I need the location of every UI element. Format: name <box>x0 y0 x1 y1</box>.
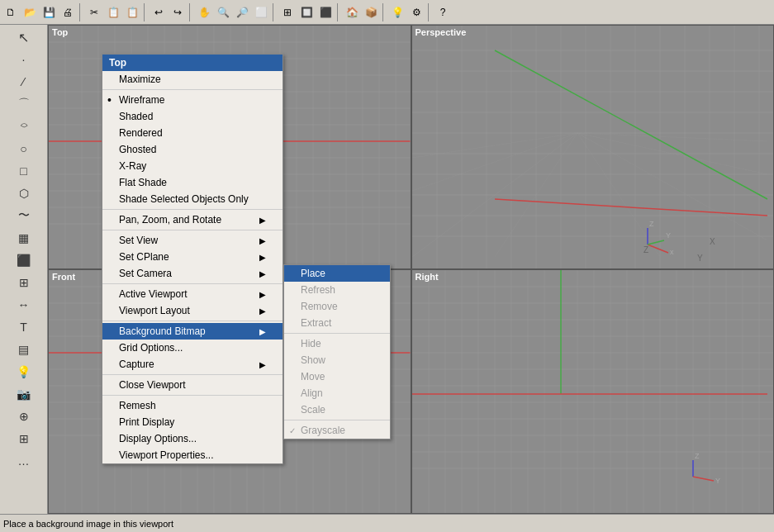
tb-grid[interactable]: ⊞ <box>278 3 297 21</box>
menu-pan-zoom[interactable]: Pan, Zoom, and Rotate ▶ <box>102 211 283 228</box>
tb-snap[interactable]: 🔲 <box>297 3 316 21</box>
context-menu: Top Maximize Wireframe Shaded Rendered G… <box>102 54 283 464</box>
menu-close-viewport[interactable]: Close Viewport <box>102 377 283 393</box>
menu-set-cplane[interactable]: Set CPlane ▶ <box>102 249 283 265</box>
tb-print[interactable]: 🖨 <box>59 3 77 21</box>
tb-cut[interactable]: ✂ <box>85 3 103 21</box>
svg-text:Z: Z <box>643 245 648 254</box>
svg-text:Y: Y <box>715 477 720 485</box>
context-menu-header: Top <box>102 55 283 71</box>
menu-active-viewport[interactable]: Active Viewport ▶ <box>102 286 283 302</box>
tb-settings[interactable]: ⚙ <box>407 3 425 21</box>
submenu-sep-2 <box>284 420 390 420</box>
menu-grid-options[interactable]: Grid Options... <box>102 340 283 356</box>
set-camera-arrow: ▶ <box>259 269 266 278</box>
menu-rendered[interactable]: Rendered <box>102 125 283 141</box>
menu-remesh[interactable]: Remesh <box>102 397 283 414</box>
set-view-arrow: ▶ <box>259 236 266 245</box>
sb-curve[interactable]: ⌒ <box>13 93 35 115</box>
menu-xray[interactable]: X-Ray <box>102 158 283 174</box>
tb-pan[interactable]: ✋ <box>195 3 213 21</box>
viewport-right[interactable]: Z Y Right <box>411 269 775 514</box>
submenu-scale[interactable]: Scale <box>284 401 390 418</box>
menu-print-display[interactable]: Print Display <box>102 414 283 430</box>
svg-text:Y: Y <box>697 254 703 263</box>
viewports: Top <box>48 25 774 514</box>
viewport-layout-arrow: ▶ <box>259 306 266 316</box>
menu-set-view[interactable]: Set View ▶ <box>102 232 283 249</box>
tb-zoom-ext[interactable]: ⬜ <box>252 3 270 21</box>
sep7 <box>428 3 431 21</box>
menu-sep-5 <box>102 374 283 375</box>
menu-flat-shade[interactable]: Flat Shade <box>102 174 283 191</box>
sb-camera[interactable]: 📷 <box>13 383 35 405</box>
sb-arc[interactable]: ⌔ <box>13 116 35 137</box>
sb-solid[interactable]: ⬛ <box>13 249 35 271</box>
submenu-place[interactable]: Place <box>284 265 390 282</box>
sb-select[interactable]: ↖ <box>13 26 35 48</box>
submenu-hide[interactable]: Hide <box>284 335 390 352</box>
sb-group[interactable]: ⊕ <box>13 406 35 427</box>
tb-new[interactable]: 🗋 <box>2 3 20 21</box>
sb-block[interactable]: ⊞ <box>13 428 35 449</box>
tb-render[interactable]: 🏠 <box>343 3 361 21</box>
sep1 <box>79 3 83 21</box>
statusbar-text: Place a background image in this viewpor… <box>3 519 173 529</box>
menu-viewport-layout[interactable]: Viewport Layout ▶ <box>102 302 283 319</box>
tb-light[interactable]: 💡 <box>388 3 406 21</box>
submenu-refresh[interactable]: Refresh <box>284 282 390 298</box>
sb-surface[interactable]: ▦ <box>13 227 35 249</box>
tb-mesh[interactable]: ⬛ <box>316 3 335 21</box>
svg-text:Z: Z <box>695 452 700 460</box>
viewport-perspective[interactable]: Z Y X Z x Y Perspective <box>411 25 775 269</box>
svg-text:x: x <box>670 248 674 256</box>
svg-rect-68 <box>412 26 774 268</box>
submenu-move[interactable]: Move <box>284 368 390 385</box>
tb-obj[interactable]: 📦 <box>362 3 380 21</box>
tb-copy[interactable]: 📋 <box>104 3 122 21</box>
menu-ghosted[interactable]: Ghosted <box>102 141 283 158</box>
tb-help[interactable]: ? <box>434 3 452 21</box>
sb-dim[interactable]: ↔ <box>13 294 35 316</box>
sb-point[interactable]: · <box>13 49 35 70</box>
menu-shaded[interactable]: Shaded <box>102 108 283 125</box>
tb-open[interactable]: 📂 <box>21 3 39 21</box>
background-bitmap-arrow: ▶ <box>259 327 266 336</box>
submenu-align[interactable]: Align <box>284 385 390 401</box>
sep4 <box>273 3 276 21</box>
submenu-extract[interactable]: Extract <box>284 315 390 331</box>
sb-mesh[interactable]: ⊞ <box>13 272 35 293</box>
sb-circle[interactable]: ○ <box>13 138 35 159</box>
submenu-grayscale[interactable]: ✓ Grayscale <box>284 422 390 439</box>
tb-paste[interactable]: 📋 <box>123 3 141 21</box>
menu-capture[interactable]: Capture ▶ <box>102 356 283 373</box>
menu-shade-selected[interactable]: Shade Selected Objects Only <box>102 191 283 207</box>
tb-undo[interactable]: ↩ <box>150 3 168 21</box>
tb-zoom-out[interactable]: 🔎 <box>233 3 251 21</box>
sb-poly[interactable]: ⬡ <box>13 183 35 204</box>
menu-maximize[interactable]: Maximize <box>102 71 283 88</box>
sidebar: ↖ · ∕ ⌒ ⌔ ○ □ ⬡ 〜 ▦ ⬛ ⊞ ↔ T ▤ 💡 📷 ⊕ ⊞ … <box>0 25 48 514</box>
set-cplane-arrow: ▶ <box>259 253 266 262</box>
sb-freeform[interactable]: 〜 <box>13 205 35 226</box>
menu-wireframe[interactable]: Wireframe <box>102 92 283 108</box>
menu-set-camera[interactable]: Set Camera ▶ <box>102 265 283 282</box>
menu-display-options[interactable]: Display Options... <box>102 430 283 447</box>
submenu-show[interactable]: Show <box>284 352 390 368</box>
sb-text[interactable]: T <box>13 316 35 338</box>
menu-viewport-properties[interactable]: Viewport Properties... <box>102 447 283 463</box>
pan-zoom-arrow: ▶ <box>259 216 266 225</box>
sb-more[interactable]: … <box>13 450 35 472</box>
sep3 <box>189 3 192 21</box>
sb-rect[interactable]: □ <box>13 160 35 182</box>
active-viewport-arrow: ▶ <box>259 290 266 299</box>
tb-save[interactable]: 💾 <box>40 3 58 21</box>
submenu-remove[interactable]: Remove <box>284 298 390 315</box>
menu-background-bitmap[interactable]: Background Bitmap ▶ <box>102 323 283 340</box>
sb-light2[interactable]: 💡 <box>13 361 35 382</box>
tb-zoom-in[interactable]: 🔍 <box>214 3 232 21</box>
main-area: ↖ · ∕ ⌒ ⌔ ○ □ ⬡ 〜 ▦ ⬛ ⊞ ↔ T ▤ 💡 📷 ⊕ ⊞ … <box>0 25 774 514</box>
sb-line[interactable]: ∕ <box>13 71 35 93</box>
tb-redo[interactable]: ↪ <box>169 3 187 21</box>
sb-hatch[interactable]: ▤ <box>13 339 35 360</box>
